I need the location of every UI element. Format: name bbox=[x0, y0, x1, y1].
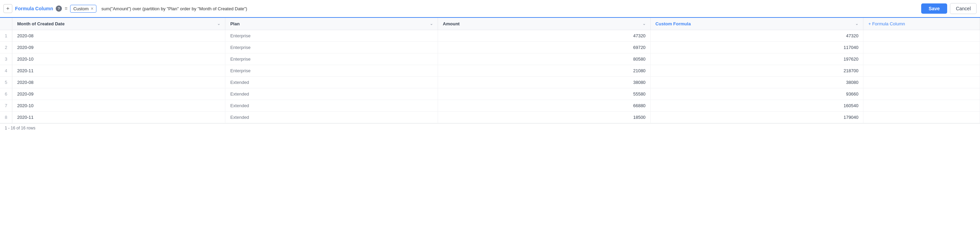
cell-custom-formula: 117040 bbox=[651, 42, 864, 53]
equals-sign: = bbox=[65, 6, 67, 11]
cell-custom-formula: 38080 bbox=[651, 77, 864, 88]
sort-icon-date[interactable]: ⌄ bbox=[217, 22, 220, 26]
cell-plan: Extended bbox=[225, 112, 438, 123]
table-footer: 1 - 16 of 16 rows bbox=[0, 123, 980, 133]
cell-add-formula bbox=[864, 53, 980, 65]
th-plan[interactable]: Plan ⌄ bbox=[225, 18, 438, 30]
cell-amount: 47320 bbox=[438, 30, 651, 42]
cell-index: 2 bbox=[0, 42, 12, 53]
table-body: 12020-08Enterprise473204732022020-09Ente… bbox=[0, 30, 980, 123]
data-table-wrap: Month of Created Date ⌄ Plan ⌄ Amount ⌄ bbox=[0, 18, 980, 123]
cell-plan: Enterprise bbox=[225, 42, 438, 53]
th-index bbox=[0, 18, 12, 30]
cell-add-formula bbox=[864, 100, 980, 112]
formula-type-tag[interactable]: Custom × bbox=[70, 5, 96, 13]
table-row: 32020-10Enterprise80580197620 bbox=[0, 53, 980, 65]
th-custom-formula-label: Custom Formula bbox=[655, 21, 691, 26]
cell-add-formula bbox=[864, 30, 980, 42]
cell-plan: Enterprise bbox=[225, 53, 438, 65]
th-add-formula-column[interactable]: + Formula Column bbox=[864, 18, 980, 30]
cell-amount: 55580 bbox=[438, 88, 651, 100]
table-row: 12020-08Enterprise4732047320 bbox=[0, 30, 980, 42]
cell-amount: 38080 bbox=[438, 77, 651, 88]
add-column-button[interactable]: + bbox=[3, 4, 12, 13]
cell-plan: Extended bbox=[225, 88, 438, 100]
table-row: 72020-10Extended66880160540 bbox=[0, 100, 980, 112]
cell-date: 2020-09 bbox=[12, 88, 225, 100]
th-date-label: Month of Created Date bbox=[17, 21, 65, 26]
cell-custom-formula: 179040 bbox=[651, 112, 864, 123]
cell-plan: Extended bbox=[225, 77, 438, 88]
cell-custom-formula: 160540 bbox=[651, 100, 864, 112]
cell-add-formula bbox=[864, 65, 980, 77]
cell-index: 7 bbox=[0, 100, 12, 112]
save-button[interactable]: Save bbox=[921, 3, 948, 14]
sort-icon-plan[interactable]: ⌄ bbox=[430, 22, 433, 26]
cell-date: 2020-11 bbox=[12, 112, 225, 123]
cell-add-formula bbox=[864, 77, 980, 88]
sort-icon-custom-formula[interactable]: ⌄ bbox=[855, 22, 858, 26]
cell-custom-formula: 218700 bbox=[651, 65, 864, 77]
cell-index: 8 bbox=[0, 112, 12, 123]
help-icon: ? bbox=[58, 6, 60, 11]
cell-index: 3 bbox=[0, 53, 12, 65]
cell-index: 5 bbox=[0, 77, 12, 88]
cell-date: 2020-10 bbox=[12, 53, 225, 65]
cell-date: 2020-10 bbox=[12, 100, 225, 112]
add-formula-column-label: + Formula Column bbox=[868, 21, 905, 26]
cell-amount: 21080 bbox=[438, 65, 651, 77]
table-row: 22020-09Enterprise69720117040 bbox=[0, 42, 980, 53]
cell-custom-formula: 93660 bbox=[651, 88, 864, 100]
formula-input[interactable] bbox=[99, 5, 918, 13]
cell-plan: Extended bbox=[225, 100, 438, 112]
th-month-created-date[interactable]: Month of Created Date ⌄ bbox=[12, 18, 225, 30]
cell-plan: Enterprise bbox=[225, 30, 438, 42]
cell-custom-formula: 197620 bbox=[651, 53, 864, 65]
cell-amount: 18500 bbox=[438, 112, 651, 123]
cell-amount: 69720 bbox=[438, 42, 651, 53]
cell-amount: 80580 bbox=[438, 53, 651, 65]
table-row: 62020-09Extended5558093660 bbox=[0, 88, 980, 100]
cell-index: 4 bbox=[0, 65, 12, 77]
toolbar: + Formula Column ? = Custom × Save Cance… bbox=[0, 0, 980, 18]
cell-amount: 66880 bbox=[438, 100, 651, 112]
table-row: 42020-11Enterprise21080218700 bbox=[0, 65, 980, 77]
cell-date: 2020-09 bbox=[12, 42, 225, 53]
cancel-button[interactable]: Cancel bbox=[950, 3, 977, 14]
cell-index: 6 bbox=[0, 88, 12, 100]
th-amount[interactable]: Amount ⌄ bbox=[438, 18, 651, 30]
cell-date: 2020-08 bbox=[12, 30, 225, 42]
cell-date: 2020-11 bbox=[12, 65, 225, 77]
formula-column-title: Formula Column bbox=[15, 6, 53, 11]
cell-index: 1 bbox=[0, 30, 12, 42]
data-table: Month of Created Date ⌄ Plan ⌄ Amount ⌄ bbox=[0, 18, 980, 123]
help-button[interactable]: ? bbox=[56, 5, 62, 12]
cell-add-formula bbox=[864, 112, 980, 123]
tag-label: Custom bbox=[73, 6, 89, 11]
cell-custom-formula: 47320 bbox=[651, 30, 864, 42]
cell-date: 2020-08 bbox=[12, 77, 225, 88]
plus-icon: + bbox=[6, 5, 9, 12]
table-row: 82020-11Extended18500179040 bbox=[0, 112, 980, 123]
cell-add-formula bbox=[864, 42, 980, 53]
row-count-label: 1 - 16 of 16 rows bbox=[5, 126, 35, 130]
th-amount-label: Amount bbox=[443, 21, 460, 26]
table-header-row: Month of Created Date ⌄ Plan ⌄ Amount ⌄ bbox=[0, 18, 980, 30]
cell-plan: Enterprise bbox=[225, 65, 438, 77]
th-plan-label: Plan bbox=[230, 21, 239, 26]
tag-close-icon[interactable]: × bbox=[91, 6, 93, 11]
cell-add-formula bbox=[864, 88, 980, 100]
th-custom-formula[interactable]: Custom Formula ⌄ bbox=[651, 18, 864, 30]
sort-icon-amount[interactable]: ⌄ bbox=[643, 22, 646, 26]
table-row: 52020-08Extended3808038080 bbox=[0, 77, 980, 88]
